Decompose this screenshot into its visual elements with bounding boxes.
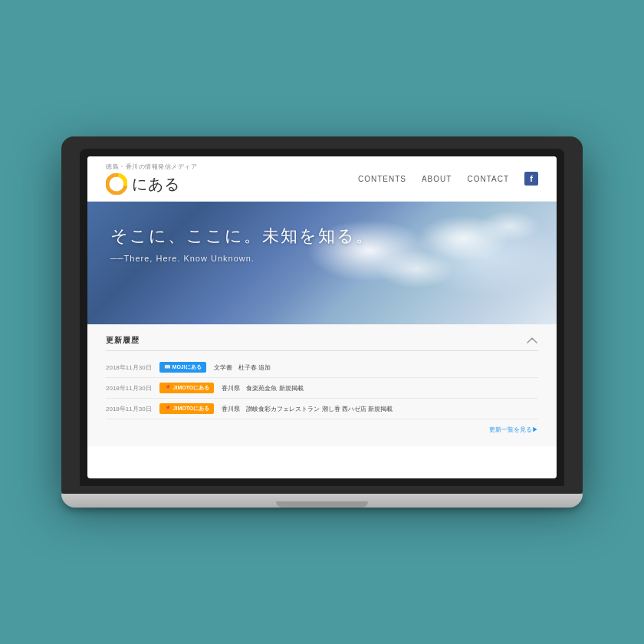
update-content: 香川県 讃岐食彩カフェレストラン 潮し香 西ハゼ店 新規掲載 [222,405,538,413]
update-tag-moji: 📖 MOJIにある [159,362,206,373]
update-date: 2018年11月30日 [106,384,152,393]
updates-header: 更新履歴 [106,335,538,351]
pin-icon: 📍 [164,406,172,412]
screen-bezel: 徳島・香川の情報発信メディア にある CONTENTS [80,149,564,486]
site-logo: にある [106,173,197,195]
updates-title: 更新履歴 [106,335,140,346]
hero-text-area: そこに、ここに。未知を知る。 ──There, Here. Know Unkno… [87,202,557,263]
site-tagline: 徳島・香川の情報発信メディア [106,163,197,171]
update-date: 2018年11月30日 [106,405,152,413]
laptop-base [61,494,583,508]
site-header: 徳島・香川の情報発信メディア にある CONTENTS [87,156,557,202]
update-content: 文学書 杜子春 追加 [214,363,538,372]
pin-icon: 📍 [164,385,172,392]
update-row: 2018年11月30日 📍 JIMOTOにある 香川県 食楽苑金魚 新規掲載 [106,378,538,399]
site-nav: CONTENTS ABOUT CONTACT f [358,172,538,186]
update-row: 2018年11月30日 📍 JIMOTOにある 香川県 讃岐食彩カフェレストラン… [106,399,538,419]
nav-about[interactable]: ABOUT [422,175,452,183]
logo-text: にある [132,174,180,195]
update-content: 香川県 食楽苑金魚 新規掲載 [222,384,538,393]
hero-sub-text: ──There, Here. Know Unknown. [110,254,534,263]
laptop-body: 徳島・香川の情報発信メディア にある CONTENTS [61,136,583,494]
nav-contents[interactable]: CONTENTS [358,175,406,183]
site-logo-area: 徳島・香川の情報発信メディア にある [106,163,197,195]
updates-section: 更新履歴 2018年11月30日 📖 MOJIにある [87,324,557,446]
update-tag-jimoto: 📍 JIMOTOにある [159,403,215,414]
update-tag-jimoto: 📍 JIMOTOにある [159,383,215,393]
hero-section: そこに、ここに。未知を知る。 ──There, Here. Know Unkno… [87,202,557,324]
logo-ring-icon [106,173,127,195]
nav-contact[interactable]: CONTACT [467,175,509,183]
book-icon: 📖 [164,364,171,370]
facebook-icon[interactable]: f [524,172,538,186]
more-updates-link[interactable]: 更新一覧を見る▶ [106,426,538,434]
collapse-icon[interactable] [526,337,538,344]
update-date: 2018年11月30日 [106,363,152,372]
laptop-frame: 徳島・香川の情報発信メディア にある CONTENTS [61,136,583,508]
update-row: 2018年11月30日 📖 MOJIにある 文学書 杜子春 追加 [106,357,538,378]
laptop-screen: 徳島・香川の情報発信メディア にある CONTENTS [87,156,557,478]
hero-main-text: そこに、ここに。未知を知る。 [110,225,534,248]
